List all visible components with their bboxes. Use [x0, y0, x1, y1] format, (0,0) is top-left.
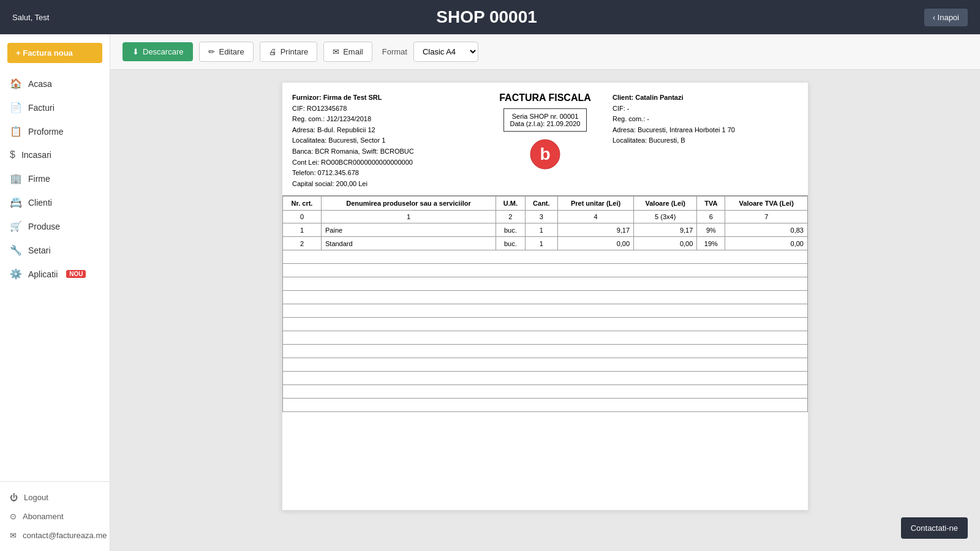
sidebar: + Factura noua 🏠 Acasa 📄 Facturi 📋 Profo… [0, 34, 110, 551]
col-denumire: Denumirea produselor sau a serviciilor [321, 197, 496, 211]
sidebar-bottom: ⏻ Logout ⊙ Abonament ✉ contact@factureaz… [0, 481, 110, 551]
sidebar-item-setari[interactable]: 🔧 Setari [0, 238, 110, 262]
idx-1: 1 [321, 211, 496, 223]
sidebar-item-aplicatii[interactable]: ⚙️ Aplicatii NOU [0, 262, 110, 286]
logout-label: Logout [24, 493, 48, 502]
incasari-icon: $ [10, 149, 15, 160]
beats-logo: b [530, 139, 560, 170]
client-cif: CIF: - [612, 105, 630, 112]
table-row-empty [283, 304, 808, 318]
table-row-empty [283, 318, 808, 331]
table-row-empty [283, 264, 808, 277]
abonament-item[interactable]: ⊙ Abonament [10, 507, 100, 526]
logout-item[interactable]: ⏻ Logout [10, 488, 100, 507]
supplier-address: Adresa: B-dul. Republicii 12 [292, 126, 375, 133]
client-address: Adresa: Bucuresti, Intrarea Horbotei 1 7… [612, 126, 735, 133]
firme-icon: 🏢 [10, 173, 22, 184]
content-area: ⬇ Descarcare ✏ Editare 🖨 Printare ✉ Emai… [110, 34, 980, 551]
sidebar-item-proforme[interactable]: 📋 Proforme [0, 119, 110, 143]
client-name: Client: Catalin Pantazi [612, 94, 684, 101]
table-row: 1 Paine buc. 1 9,17 9,17 9% 0,83 [283, 223, 808, 237]
sidebar-item-acasa[interactable]: 🏠 Acasa [0, 72, 110, 96]
sidebar-item-firme[interactable]: 🏢 Firme [0, 167, 110, 190]
invoice-title-box: FACTURA FISCALA Seria SHOP nr. 00001 Dat… [484, 92, 606, 189]
idx-2: 2 [496, 211, 526, 223]
supplier-locality: Localitatea: Bucuresti, Sector 1 [292, 137, 385, 144]
top-header: Salut, Test SHOP 00001 ‹ Inapoi [0, 0, 980, 34]
col-um: U.M. [496, 197, 526, 211]
row1-nr: 1 [283, 223, 322, 237]
proforme-icon: 📋 [10, 126, 22, 137]
invoice-paper: Furnizor: Firma de Test SRL CIF: RO12345… [282, 82, 809, 511]
client-reg: Reg. com.: - [612, 115, 649, 122]
row2-denumire: Standard [321, 237, 496, 250]
setari-icon: 🔧 [10, 244, 22, 256]
col-cant: Cant. [525, 197, 557, 211]
idx-4: 4 [558, 211, 634, 223]
format-select[interactable]: Clasic A4 Modern A4 [413, 42, 478, 62]
contact-email-item[interactable]: ✉ contact@factureaza.me [10, 526, 100, 545]
row1-um: buc. [496, 223, 526, 237]
supplier-phone: Telefon: 0712.345.678 [292, 169, 359, 176]
email-icon: ✉ [333, 47, 339, 56]
table-row-empty [283, 331, 808, 345]
print-icon: 🖨 [269, 47, 277, 56]
row1-pret: 9,17 [558, 223, 634, 237]
idx-0: 0 [283, 211, 322, 223]
sidebar-item-produse[interactable]: 🛒 Produse [0, 214, 110, 238]
home-icon: 🏠 [10, 78, 22, 89]
produse-icon: 🛒 [10, 220, 22, 232]
sidebar-item-label: Acasa [28, 79, 52, 89]
shop-title: SHOP 00001 [49, 7, 924, 27]
row2-pret: 0,00 [558, 237, 634, 250]
contact-button[interactable]: Contactati-ne [901, 517, 968, 539]
table-row-empty [283, 345, 808, 358]
invoice-table: Nr. crt. Denumirea produselor sau a serv… [282, 196, 808, 412]
table-row-empty [283, 372, 808, 385]
sidebar-item-label: Produse [28, 222, 60, 231]
row1-val-tva: 0,83 [725, 223, 808, 237]
back-button[interactable]: ‹ Inapoi [924, 9, 968, 26]
row1-denumire: Paine [321, 223, 496, 237]
table-row-empty [283, 399, 808, 412]
edit-button[interactable]: ✏ Editare [199, 42, 253, 62]
supplier-capital: Capital social: 200,00 Lei [292, 180, 368, 187]
logout-icon: ⏻ [10, 493, 18, 502]
contact-email-label: contact@factureaza.me [23, 531, 107, 540]
sidebar-item-label: Aplicatii [28, 269, 58, 279]
download-button[interactable]: ⬇ Descarcare [123, 42, 193, 61]
idx-5: 5 (3x4) [634, 211, 697, 223]
col-nr: Nr. crt. [283, 197, 322, 211]
new-invoice-button[interactable]: + Factura noua [7, 43, 102, 63]
sidebar-item-label: Setari [28, 246, 51, 255]
sidebar-item-incasari[interactable]: $ Incasari [0, 143, 110, 167]
table-index-row: 0 1 2 3 4 5 (3x4) 6 7 [283, 211, 808, 223]
edit-icon: ✏ [208, 47, 215, 56]
table-header-row: Nr. crt. Denumirea produselor sau a serv… [283, 197, 808, 211]
table-row: 2 Standard buc. 1 0,00 0,00 19% 0,00 [283, 237, 808, 250]
print-button[interactable]: 🖨 Printare [260, 42, 318, 62]
sidebar-item-label: Incasari [21, 150, 51, 160]
abonament-icon: ⊙ [10, 512, 17, 521]
row1-tva: 9% [697, 223, 725, 237]
idx-6: 6 [697, 211, 725, 223]
table-row-empty [283, 385, 808, 399]
sidebar-item-clienti[interactable]: 📇 Clienti [0, 190, 110, 214]
col-pret: Pret unitar (Lei) [558, 197, 634, 211]
format-label: Format [382, 47, 407, 56]
sidebar-item-label: Proforme [28, 127, 64, 137]
aplicatii-icon: ⚙️ [10, 268, 22, 280]
abonament-label: Abonament [23, 512, 64, 521]
table-row-empty [283, 250, 808, 264]
table-row-empty [283, 291, 808, 304]
seria-box: Seria SHOP nr. 00001 Data (z.l.a): 21.09… [503, 108, 587, 132]
supplier-cif: CIF: RO12345678 [292, 105, 347, 112]
email-button[interactable]: ✉ Email [323, 42, 372, 62]
nou-badge: NOU [66, 270, 86, 278]
sidebar-item-facturi[interactable]: 📄 Facturi [0, 96, 110, 119]
sidebar-item-label: Clienti [28, 198, 52, 208]
idx-3: 3 [525, 211, 557, 223]
idx-7: 7 [725, 211, 808, 223]
row2-cant: 1 [525, 237, 557, 250]
row2-val-tva: 0,00 [725, 237, 808, 250]
